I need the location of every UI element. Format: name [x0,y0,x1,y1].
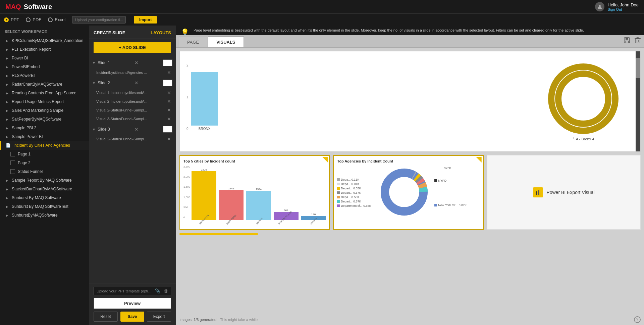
sidebar-item-rls[interactable]: ▶RLSPowerBI [0,71,89,80]
slide-3-close-icon[interactable]: ✕ [133,127,140,132]
sidebar-item-stackedbar[interactable]: ▶StackedBarChartByMAQSoftware [0,185,89,193]
slide-2-group: ▼ Slide 2 ✕ Visual 1-Incidentbycitiesand… [89,78,176,123]
powerbi-export-card: Power BI Export Visual [487,155,641,230]
progress-section [179,233,641,236]
attachment-icon[interactable]: 📎 [155,288,160,293]
sidebar: SELECT WORKSPACE ▶KPIColumnByMAQSoftware… [0,26,89,325]
y-label-2: 2 [186,63,189,67]
sidebar-item-page2[interactable]: Page 2 [0,158,89,167]
slide-1-child-1-close-icon[interactable]: ✕ [166,70,172,75]
images-status: Images: 1/6 generated [179,318,216,322]
excel-option[interactable]: Excel [48,17,65,22]
info-bar-text: Page level embedding is best-suited with… [194,28,584,32]
slide-2-child-3-label: Visual 2-StatusFunnel-Sampl... [96,108,147,112]
save-button[interactable]: Save [120,312,145,322]
sidebar-item-sunburst[interactable]: ▶Sunburst By MAQ Software [0,193,89,202]
export-button[interactable]: Export [147,312,171,322]
save-action-button[interactable] [623,37,631,46]
slide-2-close-icon[interactable]: ✕ [133,80,140,86]
pdf-option[interactable]: PDF [26,17,41,22]
info-bar: 💡 Page level embedding is best-suited wi… [176,26,644,35]
slide-2-child-3-close-icon[interactable]: ✕ [166,107,172,113]
slide-right-visual: └ A - Bronx 4 [526,51,640,151]
slide-2-child-3[interactable]: Visual 2-StatusFunnel-Sampl... ✕ [89,106,176,114]
slide-2-thumbnail [163,80,172,86]
sidebar-item-report-usage[interactable]: ▶Report Usage Metrics Report [0,97,89,106]
slide-3-child-1[interactable]: Visual 2-StatusFunnel-Sampl... ✕ [89,135,176,143]
header: MAQ Software Hello, John Doe Sign Out [0,0,644,13]
add-slide-button[interactable]: + ADD SLIDE [94,42,171,53]
avatar [595,2,604,11]
bronx-bar [191,72,218,126]
pdf-radio[interactable] [26,17,31,22]
slide-1-header[interactable]: ▼ Slide 1 ✕ [89,57,176,68]
bar-newyork: 1349 NEW YORK [219,187,244,226]
slide-2-header[interactable]: ▼ Slide 2 ✕ [89,78,176,88]
ppt-radio[interactable] [4,17,9,22]
tab-visuals[interactable]: VISUALS [208,36,244,47]
donut-label: └ A - Bronx 4 [573,137,594,141]
slide-3-thumbnail [163,126,172,133]
slide-3-child-1-close-icon[interactable]: ✕ [166,136,172,142]
slide-2-child-2[interactable]: Visual 2-IncidentbycitiesandA... ✕ [89,97,176,106]
agencies-legend-right: NYPD New York Cit... 3.87K [434,179,467,207]
main-layout: SELECT WORKSPACE ▶KPIColumnByMAQSoftware… [0,26,644,325]
user-info: Hello, John Doe Sign Out [595,2,639,11]
help-icon[interactable]: ? [634,316,641,323]
slide-2-child-4-close-icon[interactable]: ✕ [166,116,172,122]
sidebar-item-incident[interactable]: 📄 Incident By Cities And Agencies [0,141,89,150]
slide-1-close-icon[interactable]: ✕ [133,60,140,65]
sidebar-item-radar[interactable]: ▶RadarChartByMAQSoftware [0,80,89,89]
top5-chart-area: 2,500 2,000 1,500 1,000 500 0 2205 [183,165,326,226]
canvas-scrollbar[interactable] [636,51,640,151]
sidebar-item-page1[interactable]: Page 1 [0,150,89,158]
sidebar-item-statusfunnel[interactable]: Status Funnel [0,167,89,176]
sidebar-item-kpicolumn[interactable]: ▶KPIColumnByMAQSoftware_Annotation [0,36,89,45]
sidebar-item-samplepbi2[interactable]: ▶Sample PBI 2 [0,124,89,132]
sidebar-item-plt[interactable]: ▶PLT Execution Report [0,45,89,54]
ppt-option[interactable]: PPT [4,17,19,22]
delete-action-button[interactable] [634,37,641,46]
user-text: Hello, John Doe Sign Out [608,2,639,11]
content-area: 💡 Page level embedding is best-suited wi… [176,26,644,325]
ppt-template-field[interactable]: Upload your PPT template (optio... 📎 🗑 [94,287,171,295]
format-bar: PPT PDF Excel Import [0,13,644,26]
config-input[interactable] [72,16,126,24]
layouts-link[interactable]: LAYOUTS [151,30,171,35]
slide-1-child-1[interactable]: IncidentbycitiesandAgencies-... ✕ [89,68,176,77]
y-label-1: 1 [186,95,189,99]
bar-jamaica: 190 Jamaica [301,213,326,226]
import-button[interactable]: Import [134,16,157,24]
sidebar-item-powerbi[interactable]: ▶Power BI [0,54,89,62]
slide-3-label: Slide 3 [98,127,110,132]
slide-3-header[interactable]: ▼ Slide 3 ✕ [89,124,176,135]
sidebar-item-powerbIembed[interactable]: ▶PowerBIEmbed [0,62,89,71]
sidebar-item-saltpepper[interactable]: ▶SaltPepperByMAQSoftware [0,115,89,124]
sidebar-item-sunburstmaq[interactable]: ▶SunburstByMAQSoftware [0,211,89,220]
sidebar-item-sunbursttest[interactable]: ▶Sunburst By MAQ SoftwareTest [0,202,89,211]
sidebar-item-reading[interactable]: ▶Reading Contents From App Source [0,89,89,97]
sidebar-header: SELECT WORKSPACE [0,27,89,36]
bottom-cards: Top 5 cities by Incident count 2,500 2,0… [179,155,641,230]
slide-panel-header: CREATE SLIDE LAYOUTS [89,26,176,39]
sidebar-item-samplepowerbi[interactable]: ▶Sample Power BI [0,132,89,141]
slide-2-child-4[interactable]: Visual 3-StatusFunnel-Sampl... ✕ [89,114,176,123]
sidebar-item-sales[interactable]: ▶Sales And Marketing Sample [0,106,89,115]
slide-2-child-1-close-icon[interactable]: ✕ [166,90,172,95]
top-bar-chart: 2 1 0 BRONX [186,57,520,131]
tab-actions [623,37,641,46]
sidebar-item-samplemaq[interactable]: ▶Sample Report By MAQ Software [0,176,89,185]
preview-scrollable: 2 1 0 BRONX [176,48,644,314]
slide-2-label: Slide 2 [98,81,110,85]
sign-out-link[interactable]: Sign Out [608,7,639,11]
preview-button[interactable]: Preview [94,298,171,309]
reset-button[interactable]: Reset [94,312,118,322]
nypd-label: NYPD [444,167,451,170]
donut-chart-svg [546,62,620,136]
delete-icon[interactable]: 🗑 [164,288,168,293]
excel-radio[interactable] [48,17,53,22]
slide-2-child-2-close-icon[interactable]: ✕ [166,99,172,104]
tab-page[interactable]: PAGE [179,37,207,47]
slide-2-child-1[interactable]: Visual 1-IncidentbycitiesandA... ✕ [89,88,176,97]
powerbi-export-label: Power BI Export Visual [546,190,594,195]
